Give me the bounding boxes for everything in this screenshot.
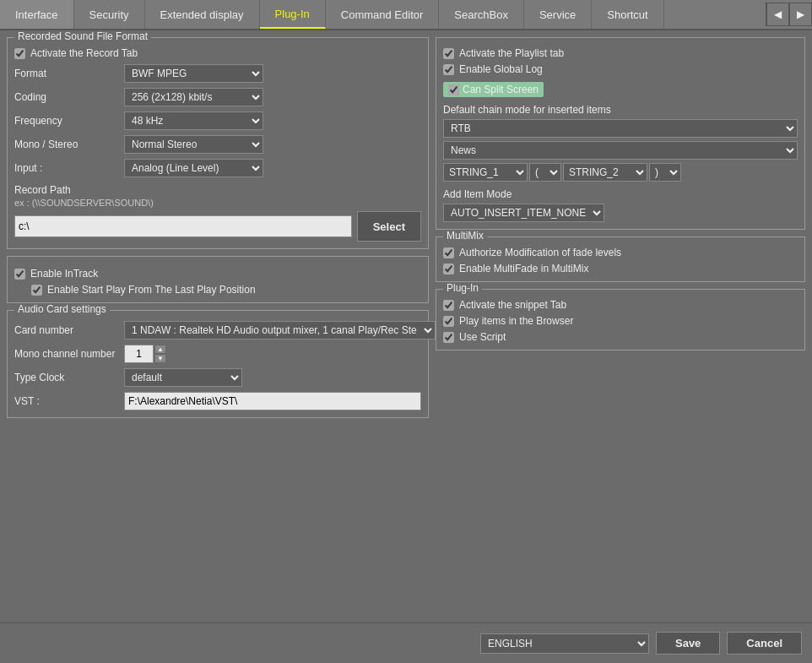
add-item-mode-section: Add Item Mode AUTO_INSERT_ITEM_NONE xyxy=(443,188,798,222)
language-select[interactable]: ENGLISH xyxy=(480,633,649,654)
can-split-screen-row: Can Split Screen xyxy=(443,82,798,97)
paren-open-select[interactable]: ( xyxy=(529,163,561,182)
type-clock-select[interactable]: default xyxy=(124,368,242,387)
activate-playlist-checkbox[interactable] xyxy=(443,48,454,59)
record-path-hint: ex : (\\SOUNDSERVER\SOUND\) xyxy=(14,198,421,208)
enable-multifade-row: Enable MultiFade in MultiMix xyxy=(443,263,798,274)
select-button[interactable]: Select xyxy=(357,211,421,242)
mono-channel-label: Mono channel number xyxy=(14,348,124,360)
enable-intrack-group: Enable InTrack Enable Start Play From Th… xyxy=(7,256,429,303)
authorize-fade-row: Authorize Modification of fade levels xyxy=(443,247,798,258)
default-chain-label: Default chain mode for inserted items xyxy=(443,104,798,116)
card-number-select[interactable]: 1 NDAW : Realtek HD Audio output mixer, … xyxy=(124,321,436,340)
string1-select[interactable]: STRING_1 xyxy=(443,163,528,182)
coding-row: Coding 256 (2x128) kbit/s xyxy=(14,88,421,106)
mono-stereo-select[interactable]: Normal Stereo xyxy=(124,135,263,154)
authorize-fade-checkbox[interactable] xyxy=(443,247,454,258)
vst-input[interactable] xyxy=(124,392,421,410)
multimix-title: MultiMix xyxy=(443,230,487,242)
main-content: Recorded Sound File Format Activate the … xyxy=(0,30,812,622)
chain-select-2[interactable]: News xyxy=(443,141,798,160)
tab-interface[interactable]: Interface xyxy=(0,0,74,29)
enable-intrack-label: Enable InTrack xyxy=(30,268,98,280)
play-browser-label: Play items in the Browser xyxy=(459,315,573,327)
play-browser-row: Play items in the Browser xyxy=(443,315,798,327)
activate-snippet-label: Activate the snippet Tab xyxy=(459,299,566,311)
record-path-row: Select xyxy=(14,211,421,242)
chain-row-2: News xyxy=(443,141,798,160)
mono-channel-input[interactable] xyxy=(124,345,154,363)
activate-record-checkbox[interactable] xyxy=(14,48,25,59)
use-script-checkbox[interactable] xyxy=(443,332,454,343)
mono-channel-spinner: ▲ ▼ xyxy=(124,345,166,363)
coding-select[interactable]: 256 (2x128) kbit/s xyxy=(124,88,263,106)
default-chain-section: Default chain mode for inserted items RT… xyxy=(443,104,798,182)
enable-global-log-checkbox[interactable] xyxy=(443,64,454,75)
card-number-row: Card number 1 NDAW : Realtek HD Audio ou… xyxy=(14,321,421,340)
chain-select-1[interactable]: RTB xyxy=(443,119,798,138)
start-play-checkbox[interactable] xyxy=(31,285,42,296)
left-column: Recorded Sound File Format Activate the … xyxy=(7,37,429,616)
audio-card-title: Audio Card settings xyxy=(14,303,110,315)
format-label: Format xyxy=(14,68,124,79)
add-item-mode-select[interactable]: AUTO_INSERT_ITEM_NONE xyxy=(443,204,604,222)
activate-snippet-row: Activate the snippet Tab xyxy=(443,299,798,311)
right-top-group: Activate the Playlist tab Enable Global … xyxy=(436,37,805,230)
tab-shortcut[interactable]: Shortcut xyxy=(592,0,663,29)
recorded-sound-group: Recorded Sound File Format Activate the … xyxy=(7,37,429,249)
vst-row: VST : xyxy=(14,392,421,410)
string2-select[interactable]: STRING_2 xyxy=(563,163,647,182)
tab-plugin[interactable]: Plug-In xyxy=(260,0,326,29)
use-script-row: Use Script xyxy=(443,331,798,343)
frequency-select[interactable]: 48 kHz xyxy=(124,111,263,130)
mono-stereo-label: Mono / Stereo xyxy=(14,139,124,150)
tab-security[interactable]: Security xyxy=(74,0,145,29)
split-screen-section: Can Split Screen xyxy=(443,82,798,97)
spinner-buttons: ▲ ▼ xyxy=(154,345,166,363)
tab-searchbox[interactable]: SearchBox xyxy=(439,0,524,29)
activate-record-label: Activate the Record Tab xyxy=(30,47,138,59)
record-path-section: Record Path ex : (\\SOUNDSERVER\SOUND\) … xyxy=(14,184,421,242)
can-split-screen-label: Can Split Screen xyxy=(463,84,539,95)
nav-next-button[interactable]: ▶ xyxy=(789,3,812,26)
play-browser-checkbox[interactable] xyxy=(443,316,454,327)
record-path-input[interactable] xyxy=(14,215,352,237)
cancel-button[interactable]: Cancel xyxy=(727,632,802,655)
frequency-label: Frequency xyxy=(14,115,124,127)
start-play-row: Enable Start Play From The Last Play Pos… xyxy=(31,284,421,296)
tab-service[interactable]: Service xyxy=(524,0,592,29)
input-select[interactable]: Analog (Line Level) xyxy=(124,159,263,177)
enable-intrack-checkbox[interactable] xyxy=(14,269,25,280)
audio-card-group: Audio Card settings Card number 1 NDAW :… xyxy=(7,310,429,418)
tab-extended-display[interactable]: Extended display xyxy=(145,0,260,29)
save-button[interactable]: Save xyxy=(656,632,720,655)
top-navigation: Interface Security Extended display Plug… xyxy=(0,0,812,30)
bottom-bar: ENGLISH Save Cancel xyxy=(0,622,812,663)
enable-intrack-row: Enable InTrack xyxy=(14,268,421,280)
enable-global-log-label: Enable Global Log xyxy=(459,63,543,75)
add-item-mode-label: Add Item Mode xyxy=(443,188,798,200)
enable-global-log-row: Enable Global Log xyxy=(443,63,798,75)
can-split-screen-highlight: Can Split Screen xyxy=(443,82,544,97)
enable-multifade-checkbox[interactable] xyxy=(443,264,454,274)
input-label: Input : xyxy=(14,162,124,174)
enable-multifade-label: Enable MultiFade in MultiMix xyxy=(459,263,588,274)
mono-stereo-row: Mono / Stereo Normal Stereo xyxy=(14,135,421,154)
can-split-screen-checkbox[interactable] xyxy=(448,84,459,95)
paren-close-select[interactable]: ) xyxy=(649,163,681,182)
use-script-label: Use Script xyxy=(459,331,506,343)
activate-playlist-row: Activate the Playlist tab xyxy=(443,47,798,59)
format-select[interactable]: BWF MPEG xyxy=(124,64,263,83)
activate-snippet-checkbox[interactable] xyxy=(443,300,454,311)
format-row: Format BWF MPEG xyxy=(14,64,421,83)
tab-command-editor[interactable]: Command Editor xyxy=(326,0,440,29)
spinner-up-button[interactable]: ▲ xyxy=(154,345,166,354)
spinner-down-button[interactable]: ▼ xyxy=(154,354,166,363)
right-column: Activate the Playlist tab Enable Global … xyxy=(436,37,805,616)
frequency-row: Frequency 48 kHz xyxy=(14,111,421,130)
activate-playlist-label: Activate the Playlist tab xyxy=(459,47,564,59)
start-play-label: Enable Start Play From The Last Play Pos… xyxy=(47,284,256,296)
activate-record-tab-row: Activate the Record Tab xyxy=(14,47,421,59)
coding-label: Coding xyxy=(14,91,124,103)
nav-prev-button[interactable]: ◀ xyxy=(766,3,789,26)
